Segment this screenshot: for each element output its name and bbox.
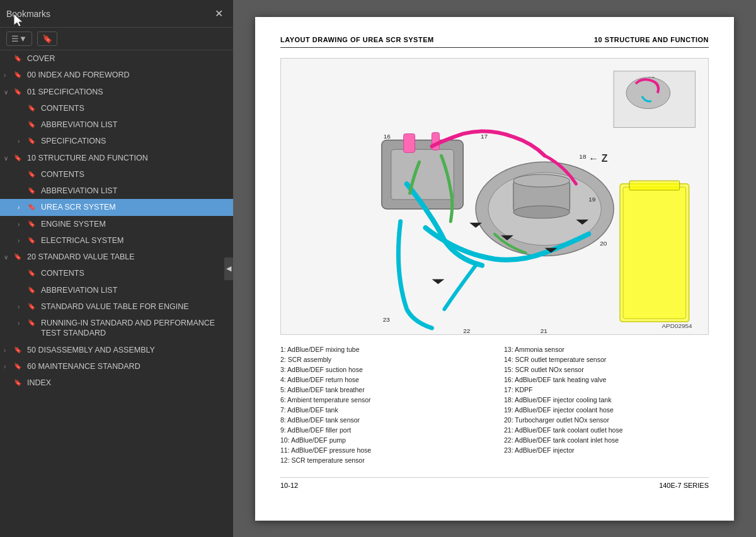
svg-text:16: 16 <box>384 133 391 140</box>
expand-icon: › <box>18 319 28 327</box>
legend-item: 4: AdBlue/DEF return hose <box>280 375 485 384</box>
legend-item: 23: AdBlue/DEF injector <box>504 446 709 455</box>
legend-item: 12: SCR temperature sensor <box>280 456 485 465</box>
expand-icon: ∨ <box>4 88 14 96</box>
bookmark-item-sf-urea[interactable]: ›🔖UREA SCR SYSTEM <box>0 199 233 215</box>
sidebar: Bookmarks ✕ ☰▼ 🔖 🔖COVER›🔖00 INDEX AND FO… <box>0 0 233 537</box>
bookmark-icon: 🔖 <box>28 104 38 112</box>
close-button[interactable]: ✕ <box>211 6 227 21</box>
page-container: LAYOUT DRAWING OF UREA SCR SYSTEM 10 STR… <box>255 17 734 521</box>
bookmark-icon: 🔖 <box>28 319 38 327</box>
bookmark-icon: 🔖 <box>42 34 52 43</box>
bookmark-label: 00 INDEX AND FOREWORD <box>27 70 229 80</box>
bookmark-icon: 🔖 <box>28 203 38 211</box>
diagram-svg: Z 23 ← Z 16 17 <box>281 59 708 334</box>
svg-point-17 <box>626 77 670 108</box>
bookmark-label: INDEX <box>27 378 229 388</box>
page-header-left: LAYOUT DRAWING OF UREA SCR SYSTEM <box>280 36 434 43</box>
bookmark-label: COVER <box>27 54 229 64</box>
bookmark-item-spec-specs[interactable]: ›🔖SPECIFICATIONS <box>0 133 233 149</box>
bookmark-label: RUNNING-IN STANDARD AND PERFORMANCE TEST… <box>41 318 229 339</box>
collapse-sidebar-button[interactable]: ◀ <box>224 257 233 280</box>
bookmark-item-sv-contents[interactable]: 🔖CONTENTS <box>0 265 233 281</box>
svg-text:18: 18 <box>579 153 587 160</box>
view-icon: ☰▼ <box>11 34 27 43</box>
svg-point-5 <box>513 205 570 218</box>
expand-icon: › <box>18 203 28 212</box>
bookmark-item-sv-abbrev[interactable]: 🔖ABBREVIATION LIST <box>0 282 233 298</box>
expand-icon: › <box>4 363 14 371</box>
bookmark-label: 50 DISASSEMBLY AND ASSEMBLY <box>27 345 229 355</box>
svg-point-4 <box>513 174 570 187</box>
page-header-right: 10 STRUCTURE AND FUNCTION <box>594 36 709 43</box>
legend-item: 15: SCR outlet NOx sensor <box>504 365 709 374</box>
bookmark-label: SPECIFICATIONS <box>41 136 229 146</box>
legend-item: 17: KDPF <box>504 385 709 394</box>
bookmark-label: ABBREVIATION LIST <box>41 186 229 196</box>
bookmark-item-sf-engine[interactable]: ›🔖ENGINE SYSTEM <box>0 216 233 232</box>
bookmark-icon: 🔖 <box>14 154 24 162</box>
legend-item: 21: AdBlue/DEF tank coolant outlet hose <box>504 426 709 434</box>
legend-item: 5: AdBlue/DEF tank breather <box>280 385 485 394</box>
bookmark-item-sf-abbrev[interactable]: 🔖ABBREVIATION LIST <box>0 183 233 199</box>
svg-text:19: 19 <box>588 195 596 202</box>
legend-item: 9: AdBlue/DEF filler port <box>280 426 485 434</box>
bookmark-item-spec-abbrev[interactable]: 🔖ABBREVIATION LIST <box>0 116 233 133</box>
svg-text:← Z: ← Z <box>588 153 607 164</box>
bookmark-icon: 🔖 <box>14 346 24 354</box>
series-label: 140E-7 SERIES <box>659 482 709 489</box>
bookmark-icon: 🔖 <box>28 302 38 310</box>
bookmark-item-standard-value[interactable]: ∨🔖20 STANDARD VALUE TABLE <box>0 249 233 265</box>
bookmark-item-sf-contents[interactable]: 🔖CONTENTS <box>0 166 233 183</box>
bookmark-item-index[interactable]: 🔖INDEX <box>0 375 233 391</box>
bookmark-button[interactable]: 🔖 <box>37 31 57 46</box>
page-footer: 10-12 140E-7 SERIES <box>280 477 709 489</box>
legend-item: 19: AdBlue/DEF injector coolant hose <box>504 405 709 414</box>
legend-item: 13: Ammonia sensor <box>504 345 709 354</box>
expand-icon: › <box>4 71 14 79</box>
bookmark-item-spec-contents[interactable]: 🔖CONTENTS <box>0 100 233 116</box>
bookmark-item-index-foreword[interactable]: ›🔖00 INDEX AND FOREWORD <box>0 67 233 83</box>
bookmark-item-specifications[interactable]: ∨🔖01 SPECIFICATIONS <box>0 84 233 100</box>
svg-rect-12 <box>629 181 680 190</box>
bookmark-item-sv-engine-table[interactable]: ›🔖STANDARD VALUE TABLE FOR ENGINE <box>0 298 233 315</box>
legend-item: 7: AdBlue/DEF tank <box>280 405 485 414</box>
bookmark-icon: 🔖 <box>28 286 38 294</box>
bookmark-label: 60 MAINTENANCE STANDARD <box>27 361 229 371</box>
legend-item: 20: Turbocharger outlet NOx sensor <box>504 415 709 424</box>
view-menu-button[interactable]: ☰▼ <box>6 31 32 46</box>
bookmark-item-sv-running[interactable]: ›🔖RUNNING-IN STANDARD AND PERFORMANCE TE… <box>0 315 233 342</box>
page-header: LAYOUT DRAWING OF UREA SCR SYSTEM 10 STR… <box>280 36 709 48</box>
legend-item: 10: AdBlue/DEF pump <box>280 436 485 444</box>
bookmark-item-structure-function[interactable]: ∨🔖10 STRUCTURE AND FUNCTION <box>0 150 233 166</box>
bookmark-item-sf-electrical[interactable]: ›🔖ELECTRICAL SYSTEM <box>0 232 233 249</box>
bookmark-icon: 🔖 <box>14 378 24 387</box>
bookmark-tree: 🔖COVER›🔖00 INDEX AND FOREWORD∨🔖01 SPECIF… <box>0 50 233 537</box>
bookmark-label: CONTENTS <box>41 268 229 278</box>
bookmark-label: CONTENTS <box>41 169 229 179</box>
legend-item: 16: AdBlue/DEF tank heating valve <box>504 375 709 384</box>
expand-icon: › <box>18 137 28 145</box>
svg-rect-7 <box>391 149 454 200</box>
legend-item: 8: AdBlue/DEF tank sensor <box>280 415 485 424</box>
bookmark-label: CONTENTS <box>41 103 229 113</box>
legend-item: 22: AdBlue/DEF tank coolant inlet hose <box>504 436 709 444</box>
bookmark-icon: 🔖 <box>14 252 24 261</box>
svg-text:17: 17 <box>481 133 488 140</box>
bookmark-item-cover[interactable]: 🔖COVER <box>0 50 233 67</box>
svg-text:22: 22 <box>463 327 471 334</box>
bookmark-icon: 🔖 <box>14 362 24 370</box>
legend-item: 6: Ambient temperature sensor <box>280 395 485 404</box>
bookmark-label: UREA SCR SYSTEM <box>41 202 229 212</box>
expand-icon: ∨ <box>4 154 14 162</box>
bookmark-item-maintenance[interactable]: ›🔖60 MAINTENANCE STANDARD <box>0 358 233 375</box>
legend-item: 18: AdBlue/DEF injector cooling tank <box>504 395 709 404</box>
diagram-inner: Z 23 ← Z 16 17 <box>281 59 708 334</box>
svg-rect-8 <box>404 133 415 152</box>
bookmark-item-disassembly[interactable]: ›🔖50 DISASSEMBLY AND ASSEMBLY <box>0 342 233 358</box>
expand-icon: › <box>18 303 28 311</box>
legend-item: 14: SCR outlet temperature sensor <box>504 355 709 364</box>
bookmark-icon: 🔖 <box>28 220 38 228</box>
bookmark-icon: 🔖 <box>28 236 38 244</box>
legend-item: 3: AdBlue/DEF suction hose <box>280 365 485 374</box>
